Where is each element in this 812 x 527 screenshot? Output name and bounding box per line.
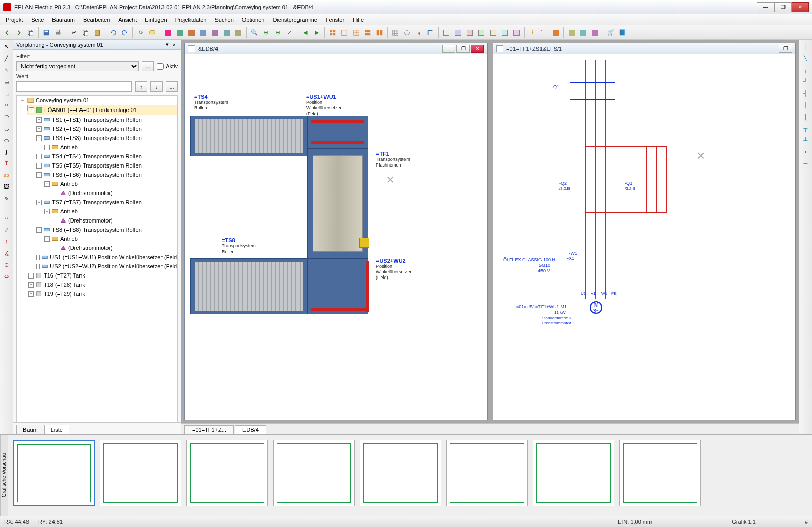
wert-up-button[interactable]: ↑ (135, 81, 147, 92)
tb-misc1[interactable] (566, 27, 577, 38)
menu-suchen[interactable]: Suchen (211, 16, 237, 24)
tree-ts7-antrieb[interactable]: Antrieb (60, 207, 78, 215)
ls-dim-chain-icon[interactable]: ⇔ (2, 272, 11, 281)
wert-down-button[interactable]: ↓ (150, 81, 163, 92)
tb-g6[interactable] (500, 27, 510, 38)
tb-grid5[interactable] (374, 27, 385, 38)
tb-comment[interactable] (147, 27, 157, 38)
tree-ts8-motor[interactable]: (Drehstrommotor) (68, 244, 113, 252)
menu-einfuegen[interactable]: Einfügen (141, 16, 170, 24)
tb-next[interactable] (14, 27, 24, 38)
ls-dim-v-icon[interactable]: ↕ (2, 237, 11, 246)
rs-angle-icon[interactable]: ╲ (801, 53, 810, 63)
ls-rect-dash-icon[interactable]: ⬚ (2, 89, 11, 98)
ls-text-icon[interactable]: T (2, 159, 11, 168)
tree-ts5[interactable]: TS5 (=TS5) Transportsystem Rollen (52, 161, 142, 170)
footer-tab-efs[interactable]: =01=TF1+Z... (184, 425, 234, 434)
thumb-1[interactable] (13, 440, 95, 506)
tb-prev[interactable] (2, 27, 12, 38)
menu-bearbeiten[interactable]: Bearbeiten (79, 16, 114, 24)
tb-magnet[interactable]: ⩀ (414, 27, 424, 38)
thumb-2[interactable] (100, 440, 181, 506)
conveyor-ts4[interactable] (190, 116, 307, 156)
tb-misc3[interactable] (590, 27, 600, 38)
thumb-3[interactable] (186, 440, 268, 506)
tree-ts4[interactable]: TS4 (=TS4) Transportsystem Rollen (52, 152, 142, 160)
tb-print[interactable] (53, 27, 63, 38)
tb-grid2[interactable] (339, 27, 349, 38)
tb-nav-left[interactable]: ◀ (300, 27, 310, 38)
filter-aktiv-checkbox[interactable]: Aktiv (157, 63, 178, 70)
wert-more-button[interactable]: ... (166, 81, 178, 92)
tb-grid-on[interactable] (390, 27, 400, 38)
ls-image-icon[interactable]: 🖼 (2, 182, 11, 191)
tb-refresh[interactable]: ⟳ (136, 27, 146, 38)
tb-net-icon[interactable]: ⋮⋮ (539, 27, 549, 38)
minimize-button[interactable]: — (757, 2, 774, 12)
tb-grid4[interactable] (363, 27, 373, 38)
project-tree[interactable]: −Conveying system 01 −FÖAN01 (==FA=01) F… (17, 96, 177, 298)
tb-redo[interactable] (120, 27, 130, 38)
tb-cut[interactable]: ✂ (69, 27, 79, 38)
tb-zoom-out[interactable]: ⊖ (273, 27, 283, 38)
tree-t16[interactable]: T16 (=T27) Tank (44, 271, 85, 280)
ls-ellipse-icon[interactable]: ⬭ (2, 135, 11, 145)
tb-grid3[interactable] (351, 27, 361, 38)
ls-rect-icon[interactable]: ▭ (2, 77, 11, 86)
ls-arc2-icon[interactable]: ◡ (2, 124, 11, 133)
tree-ts3[interactable]: TS3 (=TS3) Transportsystem Rollen (52, 134, 142, 142)
thumb-4[interactable] (273, 440, 355, 506)
ls-circle-icon[interactable]: ○ (2, 100, 11, 109)
transfer-us2[interactable] (307, 258, 368, 314)
rs-tee1-icon[interactable]: ┤ (801, 89, 810, 98)
ls-line-icon[interactable]: ╱ (2, 53, 11, 63)
tb-a4[interactable] (198, 27, 208, 38)
tab-liste[interactable]: Liste (44, 425, 69, 434)
rs-dash-icon[interactable]: ─ (801, 159, 810, 168)
menu-fenster[interactable]: Fenster (322, 16, 348, 24)
menu-bauraum[interactable]: Bauraum (48, 16, 78, 24)
doc2-canvas[interactable]: -Q1 -Q2 /3.2.B -Q3 /3.2.B (493, 54, 795, 420)
tree-us2[interactable]: US2 (=US2+WU2) Position Winkelübersetzer… (50, 262, 178, 270)
tb-stack-icon[interactable] (551, 27, 561, 38)
tree-ts6-antrieb[interactable]: Antrieb (60, 180, 78, 188)
tb-a2[interactable] (175, 27, 185, 38)
tb-copy[interactable] (80, 27, 91, 38)
tb-g2[interactable] (453, 27, 463, 38)
ls-polyline-icon[interactable]: ∿ (2, 65, 11, 74)
thumb-6[interactable] (446, 440, 528, 506)
tree-ts7-motor[interactable]: (Drehstrommotor) (68, 216, 113, 225)
tree-ts3-antrieb[interactable]: Antrieb (60, 143, 78, 151)
tb-zoom-window[interactable]: 🔍 (249, 27, 259, 38)
tb-zoom-fit[interactable]: ⤢ (284, 27, 294, 38)
conveyor-ts8[interactable] (190, 258, 307, 314)
panel-close-icon[interactable]: × (171, 41, 178, 48)
tb-nav-right[interactable]: ▶ (312, 27, 322, 38)
filter-more-button[interactable]: ... (142, 61, 154, 71)
ls-arc-icon[interactable]: ◠ (2, 112, 11, 121)
tree-foan01[interactable]: FÖAN01 (==FA=01) Förderanlage 01 (44, 106, 137, 114)
menu-seite[interactable]: Seite (28, 16, 47, 24)
rs-corner1-icon[interactable]: ┐ (801, 65, 810, 74)
tb-pages[interactable] (25, 27, 36, 38)
filter-select[interactable]: Nicht fertig vorgeplant (16, 61, 139, 71)
wert-input[interactable] (16, 81, 132, 92)
tb-save[interactable] (41, 27, 51, 38)
tree-t19[interactable]: T19 (=T29) Tank (44, 290, 85, 298)
maximize-button[interactable]: ❐ (774, 2, 792, 12)
footer-tab-edb4[interactable]: EDB/4 (235, 425, 266, 434)
thumb-7[interactable] (533, 440, 614, 506)
rs-cross-icon[interactable]: ┼ (801, 112, 810, 121)
rs-node-icon[interactable]: • (801, 147, 810, 156)
ls-select-icon[interactable]: ↖ (2, 42, 11, 51)
menu-projektdaten[interactable]: Projektdaten (172, 16, 210, 24)
close-button[interactable]: ✕ (792, 2, 809, 12)
ls-dim-rad-icon[interactable]: ⊙ (2, 260, 11, 269)
tab-baum[interactable]: Baum (16, 425, 44, 434)
rs-tee3-icon[interactable]: ┬ (801, 124, 810, 133)
menu-projekt[interactable]: Projekt (2, 16, 26, 24)
ls-dim-sl-icon[interactable]: ⤢ (2, 225, 11, 234)
rs-corner2-icon[interactable]: ┘ (801, 77, 810, 86)
rs-tee4-icon[interactable]: ┴ (801, 135, 810, 145)
tb-zoom-in[interactable]: ⊕ (261, 27, 271, 38)
